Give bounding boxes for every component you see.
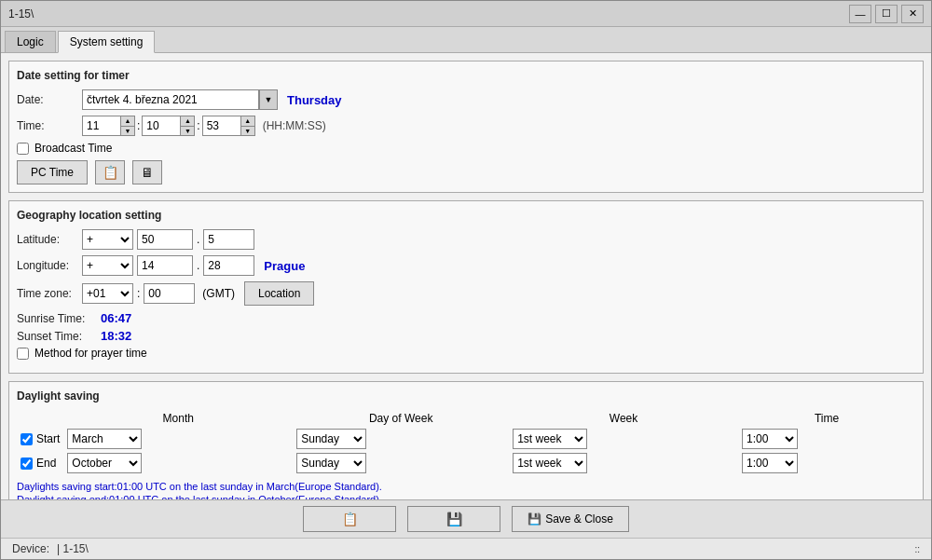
second-spinner-btns: ▲ ▼ bbox=[241, 116, 255, 136]
date-value: čtvrtek 4. března 2021 bbox=[87, 93, 254, 106]
hour-input[interactable] bbox=[82, 116, 121, 136]
date-display[interactable]: čtvrtek 4. března 2021 bbox=[82, 89, 259, 110]
title-bar: 1-15\ — ☐ ✕ bbox=[1, 1, 931, 27]
lon-label: Longitude: bbox=[17, 259, 82, 272]
footer-floppy-button[interactable]: 💾 bbox=[407, 506, 500, 532]
device-value: | 1-15\ bbox=[57, 542, 89, 555]
col-month: Month bbox=[63, 410, 293, 427]
lat-dot: . bbox=[197, 233, 199, 246]
prayer-label: Method for prayer time bbox=[34, 347, 147, 360]
col-week: Week bbox=[509, 410, 738, 427]
start-time-select[interactable]: 1:00 2:00 3:00 bbox=[742, 429, 798, 449]
window-title: 1-15\ bbox=[8, 7, 34, 20]
time-sep-1: : bbox=[137, 119, 140, 132]
end-week-select[interactable]: 1st week 2nd week Last week bbox=[513, 453, 587, 473]
calendar-icon: 📋 bbox=[103, 165, 118, 180]
end-month-select[interactable]: March April October bbox=[67, 453, 142, 473]
save-icon: 💾 bbox=[528, 512, 541, 526]
tz-min-input[interactable] bbox=[144, 283, 195, 304]
sunrise-row: Sunrise Time: 06:47 bbox=[17, 311, 915, 325]
main-window: 1-15\ — ☐ ✕ Logic System setting Date se… bbox=[0, 0, 932, 560]
lon-min-input[interactable] bbox=[203, 255, 254, 276]
start-dow-select[interactable]: Sunday Monday Saturday bbox=[296, 429, 366, 449]
daylight-section-title: Daylight saving bbox=[17, 389, 915, 403]
tz-select[interactable]: +01 +00 +02 bbox=[82, 283, 133, 304]
save-close-button[interactable]: 💾 Save & Close bbox=[512, 506, 629, 532]
time-label: Time: bbox=[17, 119, 82, 132]
daylight-section: Daylight saving Month Day of Week Week T… bbox=[8, 381, 924, 499]
time-sep-2: : bbox=[197, 119, 199, 132]
footer-floppy-icon: 💾 bbox=[446, 512, 462, 526]
tz-colon: : bbox=[137, 287, 140, 300]
broadcast-checkbox[interactable] bbox=[17, 143, 29, 155]
broadcast-row: Broadcast Time bbox=[17, 142, 915, 155]
device-bar: Device: | 1-15\ :: bbox=[1, 538, 931, 559]
start-week-select[interactable]: 1st week 2nd week Last week bbox=[513, 429, 587, 449]
minute-down-btn[interactable]: ▼ bbox=[181, 127, 194, 136]
footer-bar: 📋 💾 💾 Save & Close bbox=[1, 499, 931, 538]
lat-min-input[interactable] bbox=[203, 229, 254, 250]
col-dow: Day of Week bbox=[293, 410, 509, 427]
city-name: Prague bbox=[264, 259, 305, 273]
date-label: Date: bbox=[17, 93, 82, 106]
date-btn-row: PC Time 📋 🖥 bbox=[17, 160, 915, 184]
lon-row: Longitude: + - . Prague bbox=[17, 255, 915, 276]
daylight-table: Month Day of Week Week Time Start bbox=[17, 410, 915, 475]
col-time: Time bbox=[738, 410, 915, 427]
pc-time-button[interactable]: PC Time bbox=[17, 160, 88, 184]
date-section: Date setting for timer Date: čtvrtek 4. … bbox=[8, 61, 924, 193]
minute-up-btn[interactable]: ▲ bbox=[181, 116, 194, 127]
hour-up-btn[interactable]: ▲ bbox=[121, 116, 134, 127]
gmt-label: (GMT) bbox=[202, 287, 235, 300]
lat-label: Latitude: bbox=[17, 233, 82, 246]
time-row: Time: ▲ ▼ : ▲ bbox=[17, 116, 915, 136]
end-dow-select[interactable]: Sunday Monday Saturday bbox=[296, 453, 366, 473]
location-button[interactable]: Location bbox=[244, 281, 314, 306]
hour-spinner-btns: ▲ ▼ bbox=[121, 116, 135, 136]
save-close-label: Save & Close bbox=[545, 512, 613, 526]
floppy-icon: 🖥 bbox=[141, 165, 154, 180]
start-checkbox[interactable] bbox=[21, 433, 33, 445]
day-name: Thursday bbox=[287, 93, 342, 107]
prayer-row: Method for prayer time bbox=[17, 347, 915, 360]
maximize-button[interactable]: ☐ bbox=[875, 5, 898, 23]
tabs-bar: Logic System setting bbox=[1, 27, 931, 53]
hour-down-btn[interactable]: ▼ bbox=[121, 127, 134, 136]
end-checkbox[interactable] bbox=[21, 458, 33, 470]
broadcast-label: Broadcast Time bbox=[34, 142, 112, 155]
floppy-icon-button[interactable]: 🖥 bbox=[132, 160, 162, 184]
lat-deg-input[interactable] bbox=[137, 229, 193, 250]
date-dropdown-button[interactable]: ▼ bbox=[259, 89, 278, 110]
second-down-btn[interactable]: ▼ bbox=[241, 127, 254, 136]
second-input[interactable] bbox=[202, 116, 241, 136]
lon-deg-input[interactable] bbox=[137, 255, 193, 276]
lat-sign-select[interactable]: + - bbox=[82, 229, 133, 250]
prayer-checkbox[interactable] bbox=[17, 348, 29, 360]
end-time-select[interactable]: 1:00 2:00 3:00 bbox=[742, 453, 798, 473]
footer-calendar-icon: 📋 bbox=[342, 512, 358, 526]
tz-label: Time zone: bbox=[17, 287, 82, 300]
lon-dot: . bbox=[197, 259, 199, 272]
minute-spinner: ▲ ▼ bbox=[142, 116, 195, 136]
daylight-end-row: End March April October bbox=[17, 451, 915, 475]
geo-section: Geography location setting Latitude: + -… bbox=[8, 200, 924, 374]
end-label: End bbox=[36, 457, 56, 470]
minute-input[interactable] bbox=[142, 116, 181, 136]
sunrise-value: 06:47 bbox=[101, 311, 131, 325]
calendar-icon-button[interactable]: 📋 bbox=[95, 160, 125, 184]
minimize-button[interactable]: — bbox=[849, 5, 871, 23]
time-spinner-group: ▲ ▼ : ▲ ▼ : bbox=[82, 116, 326, 136]
date-section-title: Date setting for timer bbox=[17, 69, 915, 82]
second-up-btn[interactable]: ▲ bbox=[241, 116, 254, 127]
sunrise-label: Sunrise Time: bbox=[17, 312, 101, 325]
lon-sign-select[interactable]: + - bbox=[82, 255, 133, 276]
time-format-label: (HH:MM:SS) bbox=[263, 119, 326, 132]
tab-logic[interactable]: Logic bbox=[5, 31, 56, 52]
device-extra: :: bbox=[914, 544, 920, 554]
minute-spinner-btns: ▲ ▼ bbox=[181, 116, 195, 136]
footer-calendar-button[interactable]: 📋 bbox=[303, 506, 396, 532]
date-row: Date: čtvrtek 4. března 2021 ▼ Thursday bbox=[17, 89, 915, 110]
close-button[interactable]: ✕ bbox=[901, 5, 924, 23]
start-month-select[interactable]: March April October bbox=[67, 429, 142, 449]
tab-system-setting[interactable]: System setting bbox=[58, 31, 156, 53]
